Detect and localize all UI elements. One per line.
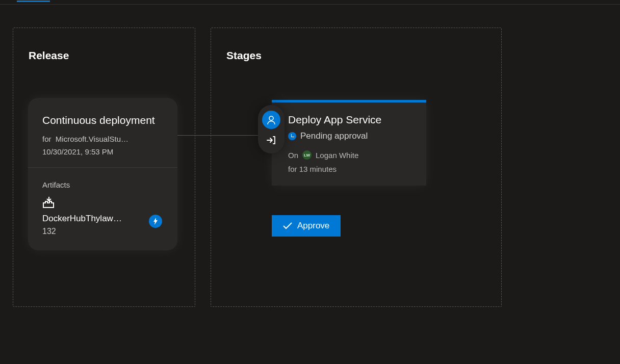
check-icon — [283, 222, 292, 229]
person-icon — [266, 115, 276, 125]
approve-button-label: Approve — [297, 221, 329, 231]
release-trigger-title: Continuous deployment — [42, 114, 163, 126]
stage-card[interactable]: Deploy App Service Pending approval On L… — [272, 100, 426, 186]
artifact-build-number: 132 — [42, 227, 163, 236]
predeploy-gate[interactable] — [258, 105, 285, 153]
approver-avatar: LW — [302, 150, 312, 160]
release-for-line: for Microsoft.VisualStu… — [42, 135, 163, 143]
artifacts-label: Artifacts — [42, 180, 163, 189]
pipeline-canvas: Release Stages Continuous deployment for… — [0, 5, 620, 40]
svg-point-0 — [269, 116, 273, 120]
stages-panel-title: Stages — [211, 28, 501, 74]
release-card[interactable]: Continuous deployment for Microsoft.Visu… — [28, 98, 177, 250]
stage-status-row: Pending approval — [288, 131, 414, 141]
release-for-prefix: for — [42, 135, 51, 143]
artifact-icon — [42, 201, 56, 210]
top-bar — [0, 0, 620, 4]
on-prefix: On — [288, 151, 298, 160]
cd-trigger-badge[interactable] — [149, 215, 162, 228]
active-tab-underline — [17, 1, 50, 2]
stage-name: Deploy App Service — [288, 114, 414, 126]
approve-button[interactable]: Approve — [272, 215, 341, 237]
release-panel-title: Release — [13, 28, 195, 74]
clock-icon — [288, 132, 296, 140]
release-for-value: Microsoft.VisualStu… — [56, 135, 128, 143]
stage-duration: for 13 minutes — [288, 165, 414, 173]
approver-name: Logan White — [316, 151, 358, 160]
enter-stage-icon — [266, 135, 277, 148]
release-datetime: 10/30/2021, 9:53 PM — [42, 147, 163, 156]
connector-line — [177, 135, 264, 136]
artifact-name: DockerHubThylaw… — [42, 214, 163, 224]
stage-status-text: Pending approval — [300, 131, 368, 141]
pre-approval-icon-badge — [262, 111, 280, 129]
stage-approver-row: On LW Logan White — [288, 150, 414, 160]
